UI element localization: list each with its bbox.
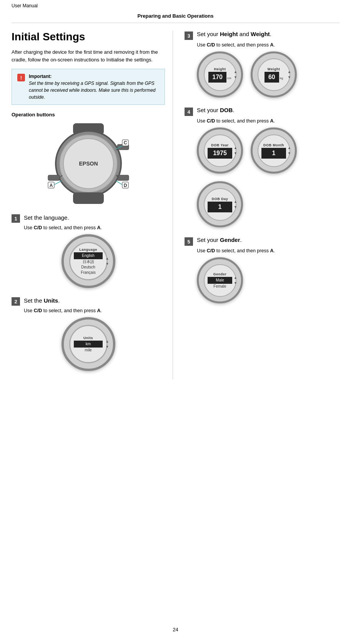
step-2-header: 2 Set the Units. [12, 296, 165, 306]
weight-scroll-down: ▼ [288, 75, 291, 79]
page-subheader: Preparing and Basic Operations [12, 12, 339, 23]
step-4-number: 4 [185, 108, 193, 116]
weight-unit: kg [280, 76, 283, 80]
dob-day-label: DOB Day [212, 197, 228, 201]
step-5-number: 5 [185, 237, 193, 246]
units-option-mile: mile [85, 348, 91, 353]
language-scroll-arrows: ▲ ▼ [106, 257, 109, 266]
gender-scroll: ▲ ▼ [234, 276, 237, 285]
step-2-instruction: Use C/D to select, and then press A. [24, 308, 165, 313]
step-1-block: 1 Set the language. Use C/D to select, a… [12, 214, 165, 288]
important-box: ! Important: Set the time by receiving a… [12, 69, 165, 105]
height-label: Height [214, 67, 226, 71]
step-4-block: 4 Set your DOB. Use C/D to select, and t… [185, 107, 339, 227]
units-dial-list: km mile [70, 341, 106, 353]
language-dial-label: Language [79, 248, 97, 252]
gender-option-female: Female [213, 284, 226, 289]
step-3-number: 3 [185, 31, 193, 40]
step-4-instruction: Use C/D to select, and then press A. [197, 118, 339, 124]
intro-text: After charging the device for the first … [12, 48, 165, 63]
dob-month-scroll: ▲ ▼ [288, 146, 291, 155]
language-option-english: English [74, 252, 103, 259]
svg-rect-5 [73, 192, 104, 204]
dob-year-dial: DOB Year 1975 ▲ ▼ [197, 127, 243, 174]
weight-scroll-up: ▲ [288, 70, 291, 74]
units-dial-inner: Units km mile [69, 325, 108, 363]
step-1-dial-container: Language English 日本語 Deutsch Français ▲ … [12, 234, 165, 288]
language-dial-list: English 日本語 Deutsch Français [70, 252, 106, 275]
step-2-title: Set the Units. [24, 296, 60, 305]
step-1-number: 1 [12, 214, 20, 223]
units-dial-label: Units [83, 336, 93, 340]
gender-option-male: Male [208, 277, 233, 284]
step-4-header: 4 Set your DOB. [185, 107, 339, 116]
step-4-dials: DOB Year 1975 ▲ ▼ DOB Month 1 ▲ [197, 127, 339, 227]
gender-up: ▲ [234, 276, 237, 280]
step-5-instruction: Use C/D to select, and then press A. [197, 248, 339, 253]
height-scroll-arrows: ▲ ▼ [234, 70, 237, 79]
scroll-down-icon: ▼ [106, 262, 109, 266]
svg-text:C: C [123, 140, 127, 146]
step-4-title: Set your DOB. [197, 107, 235, 113]
dob-day-scroll: ▲ ▼ [234, 200, 237, 209]
left-column: Initial Settings After charging the devi… [12, 31, 173, 379]
units-scroll-down-icon: ▼ [106, 345, 109, 349]
step-5-header: 5 Set your Gender. [185, 237, 339, 246]
header-left: User Manual [12, 3, 38, 8]
watch-diagram: EPSON C A D [31, 121, 146, 206]
weight-value: 60 [264, 72, 279, 83]
step-1-title: Set the language. [24, 214, 69, 222]
dob-day-up: ▲ [234, 200, 237, 204]
weight-label: Weight [268, 67, 280, 71]
right-column: 3 Set your Height and Weight. Use C/D to… [181, 31, 339, 379]
height-dial-inner: Height 170 cm [204, 58, 236, 91]
language-option-deutsch: Deutsch [81, 265, 95, 270]
step-3-header: 3 Set your Height and Weight. [185, 31, 339, 40]
dob-month-up: ▲ [288, 146, 291, 150]
height-dial: Height 170 cm ▲ ▼ [197, 51, 243, 98]
important-text-block: Important: Set the time by receiving a G… [29, 73, 159, 101]
gender-dial-list: Male Female [205, 277, 236, 289]
step-5-dials: Gender Male Female ▲ ▼ [197, 257, 339, 303]
page-header: User Manual [0, 0, 351, 12]
step-1-header: 1 Set the language. [12, 214, 165, 223]
gender-dial-inner: Gender Male Female [204, 264, 236, 297]
language-option-japanese: 日本語 [83, 259, 94, 265]
op-buttons-title: Operation buttons [12, 112, 165, 118]
language-option-francais: Français [81, 270, 95, 275]
height-scroll-down: ▼ [234, 75, 237, 79]
height-scroll-up: ▲ [234, 70, 237, 74]
gender-label: Gender [213, 272, 227, 276]
gender-dial: Gender Male Female ▲ ▼ [197, 257, 243, 303]
dob-day-dial-inner: DOB Day 1 [204, 188, 236, 221]
weight-dial: Weight 60 kg ▲ ▼ [251, 51, 297, 98]
watch-svg: EPSON C A D [31, 121, 146, 206]
step-5-block: 5 Set your Gender. Use C/D to select, an… [185, 237, 339, 303]
step-2-number: 2 [12, 297, 20, 306]
dob-year-label: DOB Year [211, 143, 228, 147]
dob-day-down: ▼ [234, 205, 237, 209]
units-option-km: km [74, 341, 103, 348]
dob-year-dial-inner: DOB Year 1975 [204, 134, 236, 167]
section-title: Initial Settings [12, 31, 165, 43]
dob-month-down: ▼ [288, 151, 291, 155]
svg-text:A: A [49, 183, 53, 188]
page-number: 24 [173, 627, 178, 632]
dob-day-dial: DOB Day 1 ▲ ▼ [197, 181, 243, 227]
important-label: Important: [29, 74, 52, 79]
important-body: Set the time by receiving a GPS signal. … [29, 81, 156, 100]
dob-year-up: ▲ [234, 146, 237, 150]
main-content: Initial Settings After charging the devi… [0, 23, 351, 387]
weight-dial-inner: Weight 60 kg [258, 58, 290, 91]
dob-year-scroll: ▲ ▼ [234, 146, 237, 155]
step-2-dial-container: Units km mile ▲ ▼ [12, 317, 165, 371]
step-3-title: Set your Height and Weight. [197, 31, 271, 37]
units-dial: Units km mile ▲ ▼ [62, 317, 115, 371]
dob-day-value: 1 [208, 202, 233, 212]
step-3-instruction: Use C/D to select, and then press A. [197, 42, 339, 48]
language-dial: Language English 日本語 Deutsch Français ▲ … [62, 234, 115, 288]
dob-month-value: 1 [261, 148, 286, 159]
svg-line-19 [54, 181, 62, 185]
dob-month-dial-inner: DOB Month 1 [258, 134, 290, 167]
step-5-title: Set your Gender. [197, 237, 242, 243]
